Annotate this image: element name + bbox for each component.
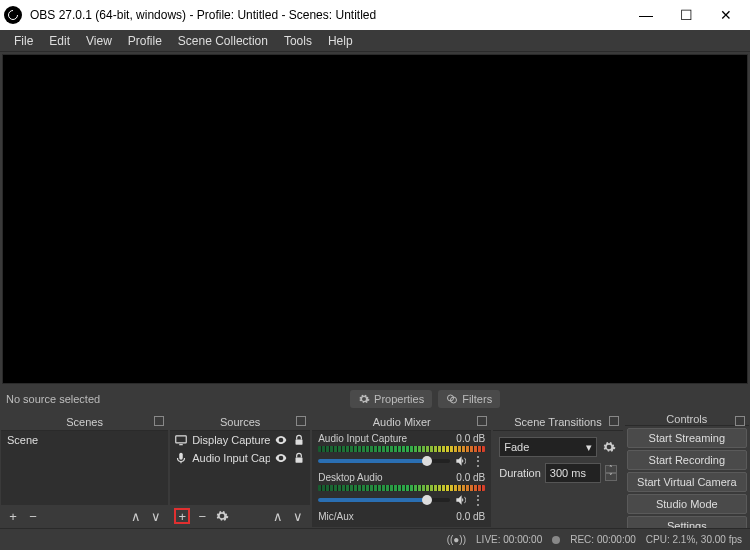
window-title: OBS 27.0.1 (64-bit, windows) - Profile: …: [26, 8, 626, 22]
channel-name: Audio Input Capture: [318, 433, 407, 444]
transition-select[interactable]: Fade▾: [499, 437, 596, 457]
menubar: File Edit View Profile Scene Collection …: [0, 30, 750, 52]
channel-name: Desktop Audio: [318, 472, 383, 483]
duration-input[interactable]: 300 ms: [545, 463, 601, 483]
duration-label: Duration: [499, 467, 541, 479]
gear-icon: [358, 393, 370, 405]
menu-edit[interactable]: Edit: [41, 32, 78, 50]
channel-menu-button[interactable]: ⋮: [472, 493, 485, 507]
control-button-start virtual camera[interactable]: Start Virtual Camera: [627, 472, 747, 492]
lock-icon[interactable]: [292, 451, 306, 465]
source-up-button[interactable]: ∧: [270, 508, 286, 524]
control-button-start recording[interactable]: Start Recording: [627, 450, 747, 470]
mixer-panel: Audio Mixer Audio Input Capture0.0 dB ⋮ …: [312, 413, 491, 527]
speaker-icon[interactable]: [454, 493, 468, 507]
properties-button[interactable]: Properties: [350, 390, 432, 408]
transitions-panel: Scene Transitions Fade▾ Duration 300 ms …: [493, 413, 622, 527]
obs-logo-icon: [4, 6, 22, 24]
mic-icon: [174, 451, 188, 465]
controls-panel: Controls Start StreamingStart RecordingS…: [625, 413, 749, 527]
source-row[interactable]: Display Capture: [170, 431, 310, 449]
menu-help[interactable]: Help: [320, 32, 361, 50]
scene-down-button[interactable]: ∨: [148, 508, 164, 524]
channel-db: 0.0 dB: [456, 472, 485, 483]
sources-footer: + − ∧ ∨: [170, 505, 310, 527]
volume-slider[interactable]: [318, 498, 450, 502]
status-live: LIVE: 00:00:00: [476, 534, 542, 545]
control-button-studio mode[interactable]: Studio Mode: [627, 494, 747, 514]
filters-icon: [446, 393, 458, 405]
scenes-panel: Scenes Scene + − ∧ ∨: [1, 413, 168, 527]
svg-rect-5: [179, 453, 183, 460]
status-bar: ((●)) LIVE: 00:00:00 REC: 00:00:00 CPU: …: [0, 528, 750, 550]
popout-icon[interactable]: [296, 416, 306, 426]
speaker-icon[interactable]: [454, 454, 468, 468]
svg-rect-6: [296, 457, 303, 462]
status-cpu: CPU: 2.1%, 30.00 fps: [646, 534, 742, 545]
visibility-icon[interactable]: [274, 451, 288, 465]
mixer-channel: Audio Input Capture0.0 dB ⋮: [312, 431, 491, 470]
mixer-channel: Mic/Aux0.0 dB: [312, 509, 491, 524]
broadcast-icon: ((●)): [447, 534, 466, 545]
mixer-channel: Desktop Audio0.0 dB ⋮: [312, 470, 491, 509]
controls-title: Controls: [666, 413, 707, 425]
docks: Scenes Scene + − ∧ ∨ Sources Display Cap…: [0, 412, 750, 528]
gear-icon: [215, 509, 229, 523]
menu-tools[interactable]: Tools: [276, 32, 320, 50]
channel-db: 0.0 dB: [456, 511, 485, 522]
lock-icon[interactable]: [292, 433, 306, 447]
titlebar: OBS 27.0.1 (64-bit, windows) - Profile: …: [0, 0, 750, 30]
sources-title: Sources: [220, 416, 260, 428]
source-properties-button[interactable]: [214, 508, 230, 524]
volume-slider[interactable]: [318, 459, 450, 463]
mixer-title: Audio Mixer: [373, 416, 431, 428]
source-toolbar: No source selected Properties Filters: [0, 386, 750, 412]
app-window: OBS 27.0.1 (64-bit, windows) - Profile: …: [0, 0, 750, 550]
menu-scene-collection[interactable]: Scene Collection: [170, 32, 276, 50]
scene-up-button[interactable]: ∧: [128, 508, 144, 524]
sources-panel: Sources Display Capture Audio Input Capt…: [170, 413, 310, 527]
remove-source-button[interactable]: −: [194, 508, 210, 524]
menu-profile[interactable]: Profile: [120, 32, 170, 50]
channel-menu-button[interactable]: ⋮: [472, 454, 485, 468]
vu-meter: [318, 485, 485, 491]
popout-icon[interactable]: [154, 416, 164, 426]
popout-icon[interactable]: [609, 416, 619, 426]
display-icon: [174, 433, 188, 447]
duration-spinner[interactable]: ˄˅: [605, 465, 617, 481]
source-row[interactable]: Audio Input Captu: [170, 449, 310, 467]
menu-file[interactable]: File: [6, 32, 41, 50]
popout-icon[interactable]: [477, 416, 487, 426]
transition-settings-button[interactable]: [601, 439, 617, 455]
scene-row[interactable]: Scene: [1, 431, 168, 449]
source-down-button[interactable]: ∨: [290, 508, 306, 524]
svg-rect-4: [296, 439, 303, 444]
visibility-icon[interactable]: [274, 433, 288, 447]
vu-meter: [318, 446, 485, 452]
remove-scene-button[interactable]: −: [25, 508, 41, 524]
close-button[interactable]: ✕: [706, 0, 746, 30]
no-source-label: No source selected: [6, 393, 100, 405]
popout-icon[interactable]: [735, 416, 745, 426]
minimize-button[interactable]: ―: [626, 0, 666, 30]
add-scene-button[interactable]: +: [5, 508, 21, 524]
gear-icon: [602, 440, 616, 454]
scenes-title: Scenes: [66, 416, 103, 428]
menu-view[interactable]: View: [78, 32, 120, 50]
filters-button[interactable]: Filters: [438, 390, 500, 408]
svg-rect-3: [176, 436, 187, 443]
status-rec: REC: 00:00:00: [570, 534, 636, 545]
transitions-title: Scene Transitions: [514, 416, 601, 428]
channel-name: Mic/Aux: [318, 511, 354, 522]
channel-db: 0.0 dB: [456, 433, 485, 444]
control-button-start streaming[interactable]: Start Streaming: [627, 428, 747, 448]
record-dot-icon: [552, 536, 560, 544]
add-source-button[interactable]: +: [174, 508, 190, 524]
scenes-footer: + − ∧ ∨: [1, 505, 168, 527]
preview-canvas[interactable]: [2, 54, 748, 384]
maximize-button[interactable]: ☐: [666, 0, 706, 30]
